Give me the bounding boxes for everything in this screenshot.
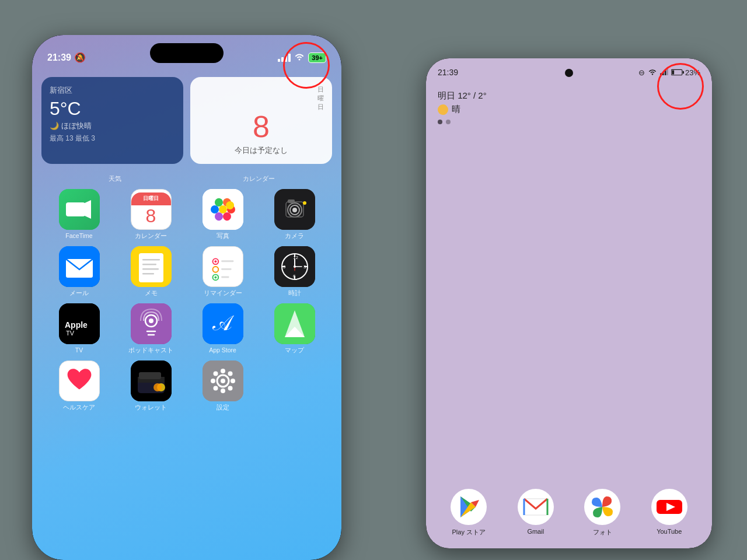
android-time: 21:39 xyxy=(438,68,458,77)
app-photos[interactable]: 写真 xyxy=(190,189,256,240)
android-content: 明日 12° / 2° 晴 xyxy=(438,90,700,128)
svg-rect-86 xyxy=(672,70,674,74)
svg-rect-82 xyxy=(662,72,664,75)
svg-point-15 xyxy=(292,208,297,212)
calendar-day-label: 日曜日 xyxy=(198,85,324,111)
app-label-camera: カメラ xyxy=(285,232,304,240)
app-clock[interactable]: 12 3 6 9 時計 xyxy=(261,246,327,298)
svg-point-34 xyxy=(214,276,217,279)
app-gmail[interactable]: Gmail xyxy=(518,489,554,537)
svg-rect-25 xyxy=(142,268,159,270)
dynamic-island xyxy=(150,43,224,63)
svg-text:12: 12 xyxy=(293,255,298,260)
app-label-notes: メモ xyxy=(145,289,158,298)
android-dock: Play ストア Gmail xyxy=(426,489,712,537)
android-weather-tomorrow: 明日 12° / 2° xyxy=(438,90,700,102)
svg-point-55 xyxy=(149,318,153,323)
app-label-clock: 時計 xyxy=(288,289,301,298)
app-label-reminders: リマインダー xyxy=(204,289,242,298)
app-maps[interactable]: マップ xyxy=(261,303,327,355)
playstore-icon[interactable] xyxy=(451,489,487,525)
weather-location: 新宿区 xyxy=(50,85,175,96)
svg-point-76 xyxy=(231,379,235,383)
svg-rect-23 xyxy=(142,259,160,261)
app-reminders[interactable]: リマインダー xyxy=(190,246,256,298)
app-health[interactable]: ヘルスケア xyxy=(46,360,112,412)
svg-rect-30 xyxy=(221,260,233,262)
svg-rect-87 xyxy=(683,71,684,74)
iphone-battery: 39+ xyxy=(308,52,326,63)
svg-text:9: 9 xyxy=(283,264,286,270)
app-label-playstore: Play ストア xyxy=(452,528,486,537)
google-photos-icon[interactable] xyxy=(584,489,620,525)
app-label-appletv: TV xyxy=(75,346,83,354)
app-playstore[interactable]: Play ストア xyxy=(451,489,487,537)
calendar-number: 8 xyxy=(198,111,324,142)
svg-rect-32 xyxy=(221,268,231,270)
calendar-widget-label: カレンダー xyxy=(190,174,327,183)
svg-point-73 xyxy=(221,369,225,373)
weather-widget[interactable]: 新宿区 5°C 🌙 ほぼ快晴 最高 13 最低 3 xyxy=(41,77,183,164)
app-podcasts[interactable]: ポッドキャスト xyxy=(118,303,184,355)
app-google-photos[interactable]: フォト xyxy=(584,489,620,537)
weather-temp: 5°C xyxy=(50,98,175,120)
svg-point-74 xyxy=(221,388,225,393)
svg-point-29 xyxy=(214,260,217,262)
app-label-health: ヘルスケア xyxy=(63,404,95,412)
app-appletv[interactable]: Apple TV TV xyxy=(46,303,112,355)
app-notes[interactable]: メモ xyxy=(118,246,184,298)
app-mail[interactable]: メール xyxy=(46,246,112,298)
iphone-home-content: 新宿区 5°C 🌙 ほぼ快晴 最高 13 最低 3 日曜日 8 xyxy=(32,70,341,419)
svg-point-77 xyxy=(213,372,218,376)
app-label-google-photos: フォト xyxy=(593,528,612,537)
svg-point-9 xyxy=(211,205,219,214)
android-weather-widget: 明日 12° / 2° 晴 xyxy=(438,90,700,124)
svg-rect-26 xyxy=(142,273,154,275)
svg-point-69 xyxy=(153,383,162,391)
svg-rect-24 xyxy=(142,264,156,265)
svg-point-4 xyxy=(219,205,227,214)
svg-point-18 xyxy=(303,201,306,205)
app-label-maps: マップ xyxy=(285,346,304,355)
android-device: 21:39 ⊖ xyxy=(426,58,712,548)
app-wallet[interactable]: ウォレット xyxy=(118,360,184,412)
dnd-icon: ⊖ xyxy=(638,68,645,77)
android-wifi-icon xyxy=(648,68,657,77)
iphone-time: 21:39 🔕 xyxy=(47,52,86,63)
svg-point-72 xyxy=(221,379,225,383)
weather-widget-label: 天気 xyxy=(46,174,183,183)
svg-point-78 xyxy=(228,386,232,391)
app-label-settings: 設定 xyxy=(217,404,229,412)
youtube-icon[interactable] xyxy=(651,489,687,525)
signal-bars-icon xyxy=(278,54,291,62)
android-weather-condition: 晴 xyxy=(438,104,700,115)
svg-text:Apple: Apple xyxy=(65,320,88,330)
app-camera[interactable]: カメラ xyxy=(261,189,327,240)
android-screen: 21:39 ⊖ xyxy=(426,58,712,548)
app-label-facetime: FaceTime xyxy=(65,232,92,239)
svg-rect-2 xyxy=(66,202,85,216)
front-camera xyxy=(565,69,573,77)
calendar-widget[interactable]: 日曜日 8 今日は予定なし xyxy=(190,77,332,164)
app-label-wallet: ウォレット xyxy=(135,404,167,412)
svg-point-49 xyxy=(294,265,296,268)
moon-icon: 🌙 xyxy=(50,121,59,130)
app-calendar[interactable]: 日曜日 8 カレンダー xyxy=(118,189,184,240)
app-grid: FaceTime 日曜日 8 カレンダー xyxy=(41,189,332,412)
gmail-icon[interactable] xyxy=(518,489,554,525)
iphone-status-icons: 39+ xyxy=(278,52,326,63)
iphone-time-text: 21:39 xyxy=(47,52,71,63)
android-signal-icon xyxy=(660,68,668,77)
scene: 21:39 🔕 39+ xyxy=(0,0,747,560)
app-facetime[interactable]: FaceTime xyxy=(46,189,112,240)
svg-text:6: 6 xyxy=(293,274,296,279)
mute-icon: 🔕 xyxy=(74,52,86,63)
app-appstore[interactable]: 𝒜 App Store xyxy=(190,303,256,355)
app-settings[interactable]: 設定 xyxy=(190,360,256,412)
svg-rect-83 xyxy=(665,70,666,75)
app-youtube[interactable]: YouTube xyxy=(651,489,687,537)
svg-point-79 xyxy=(213,386,218,391)
page-indicators xyxy=(438,120,700,124)
svg-point-75 xyxy=(211,379,215,383)
wifi-icon xyxy=(294,52,305,63)
